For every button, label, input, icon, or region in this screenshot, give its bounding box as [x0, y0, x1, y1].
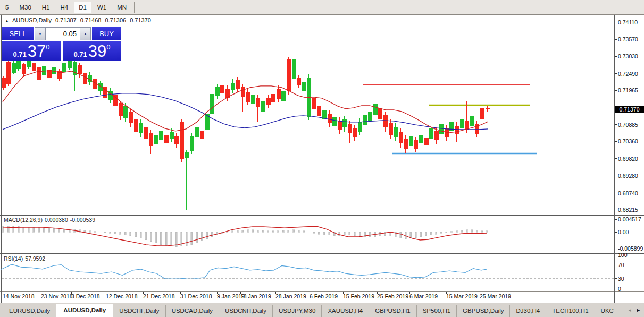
- macd-name: MACD(12,26,9): [4, 217, 43, 223]
- sell-price-quote[interactable]: 0.71 37 0: [2, 41, 61, 61]
- rsi-indicator-label: RSI(14)57.9592: [4, 255, 47, 262]
- timeframe-button-h4[interactable]: H4: [55, 2, 73, 13]
- price-axis-label: 0.68215: [618, 207, 638, 213]
- price-axis-label: 0.72490: [618, 71, 638, 77]
- buy-price-quote[interactable]: 0.71 39 0: [63, 41, 121, 61]
- chevron-down-icon: ▼: [38, 32, 42, 36]
- timeframe-button-5[interactable]: 5: [1, 2, 13, 13]
- date-label: 28 Jan 2019: [275, 293, 306, 299]
- macd-axis-label: 0.004517: [618, 216, 641, 222]
- price-axis-label: 0.68740: [618, 190, 638, 196]
- symbol-title: AUDUSD,Daily: [12, 17, 52, 23]
- tabs-scroll-left-icon[interactable]: ◄: [628, 308, 632, 313]
- date-label: 21 Dec 2018: [143, 293, 175, 299]
- timeframe-button-d1[interactable]: D1: [74, 2, 91, 13]
- toolbar-separator: [134, 2, 135, 13]
- rsi-axis-label: 70: [618, 262, 624, 268]
- timeframe-button-w1[interactable]: W1: [93, 2, 111, 13]
- macd-axis-label: 0.00: [618, 229, 629, 235]
- price-axis-label: 0.73030: [618, 53, 638, 59]
- date-label: 6 Mar 2019: [409, 293, 438, 299]
- chart-tabs: EURUSD,DailyAUDUSD,DailyUSDCHF,DailyUSDC…: [0, 303, 624, 317]
- macd-indicator-label: MACD(12,26,9)0.000380-0.000539: [4, 217, 97, 223]
- date-label: 15 Feb 2019: [343, 293, 374, 299]
- rsi-axis-label: 100: [618, 252, 628, 258]
- chart-tab-sp500-h1[interactable]: SP500,H1: [416, 305, 456, 317]
- volume-input[interactable]: 0.05: [46, 27, 80, 40]
- price-axis-label: 0.70360: [618, 138, 638, 144]
- ohlc-open: 0.71387: [55, 17, 77, 23]
- date-label: 23 Nov 2018: [41, 293, 73, 299]
- price-axis-label: 0.69280: [618, 173, 638, 179]
- chart-tab-tech100-h1[interactable]: TECH100,H1: [546, 305, 594, 317]
- date-label: 12 Dec 2018: [106, 293, 138, 299]
- chart-tab-eurusd-daily[interactable]: EURUSD,Daily: [3, 305, 56, 317]
- ohlc-high: 0.71468: [80, 17, 102, 23]
- price-axis-label: 0.69820: [618, 156, 638, 162]
- macd-main-value: 0.000380: [45, 217, 68, 223]
- ohlc-low: 0.71306: [105, 17, 126, 23]
- date-label: 3 Dec 2018: [71, 293, 100, 299]
- price-axis-label: 0.73570: [618, 36, 638, 42]
- sell-price-prefix: 0.71: [13, 50, 26, 58]
- volume-increase-button[interactable]: ▲: [80, 27, 91, 40]
- ohlc-close: 0.71370: [130, 17, 151, 23]
- chart-tab-audusd-daily[interactable]: AUDUSD,Daily: [56, 304, 113, 317]
- date-label: 25 Mar 2019: [480, 293, 511, 299]
- chart-title: ▲AUDUSD,Daily0.713870.714680.713060.7137…: [5, 17, 151, 23]
- macd-axis-label: -0.005899: [618, 245, 643, 252]
- timeframe-button-m30[interactable]: M30: [14, 2, 36, 13]
- one-click-trading-widget: SELL ▼ 0.05 ▲ BUY 0.71 37 0 0.71 39 0: [2, 27, 121, 61]
- chart-tab-xauusd-h4[interactable]: XAUUSD,H4: [321, 305, 369, 317]
- timeframe-toolbar: 5M30H1H4D1W1MN: [0, 0, 644, 15]
- buy-price-prefix: 0.71: [73, 50, 87, 58]
- chart-tab-usdjpy-m30[interactable]: USDJPY,M30: [272, 305, 321, 317]
- buy-price-pips: 39: [88, 42, 106, 60]
- rsi-value: 57.9592: [25, 255, 45, 262]
- chart-tab-usdcnh-daily[interactable]: USDCNH,Daily: [219, 305, 272, 317]
- macd-signal-value: -0.000539: [70, 217, 95, 223]
- rsi-axis-label: 0: [618, 286, 621, 292]
- tab-scroll-arrows: ◄ ►: [624, 303, 644, 317]
- volume-decrease-button[interactable]: ▼: [35, 27, 46, 40]
- date-label: 31 Dec 2018: [180, 293, 212, 299]
- sell-button[interactable]: SELL: [2, 27, 34, 40]
- date-label: 14 Nov 2018: [3, 293, 35, 299]
- timeframe-button-mn[interactable]: MN: [112, 2, 131, 13]
- timeframe-button-h1[interactable]: H1: [37, 2, 55, 13]
- tabs-scroll-right-icon[interactable]: ►: [636, 307, 641, 313]
- chart-tab-dj30-h4[interactable]: DJ30,H4: [509, 305, 546, 317]
- collapse-triangle-icon[interactable]: ▲: [5, 19, 9, 23]
- price-axis-label: 0.71965: [618, 87, 638, 93]
- chart-tab-usdchf-daily[interactable]: USDCHF,Daily: [113, 305, 165, 317]
- date-label: 6 Feb 2019: [310, 293, 338, 299]
- rsi-name: RSI(14): [4, 255, 23, 262]
- rsi-panel[interactable]: [2, 254, 614, 291]
- chart-tab-usdcad-daily[interactable]: USDCAD,Daily: [165, 305, 219, 317]
- date-label: 25 Feb 2019: [377, 293, 408, 299]
- sell-price-point: 0: [46, 43, 49, 51]
- price-axis-label: 0.70885: [618, 122, 638, 128]
- buy-button[interactable]: BUY: [92, 27, 121, 40]
- chart-tab-bar: EURUSD,DailyAUDUSD,DailyUSDCHF,DailyUSDC…: [0, 303, 644, 317]
- chart-tab-gbpusd-h1[interactable]: GBPUSD,H1: [369, 305, 416, 317]
- current-price-tag: 0.71370: [615, 106, 644, 113]
- date-label: 18 Jan 2019: [240, 293, 271, 299]
- sell-price-pips: 37: [28, 42, 46, 60]
- chart-tab-gbpusd-daily[interactable]: GBPUSD,Daily: [456, 305, 509, 317]
- buy-price-point: 0: [106, 43, 110, 51]
- chart-tab-ukc[interactable]: UKC: [595, 305, 620, 317]
- price-axis-label: 0.74110: [618, 19, 638, 25]
- date-label: 15 Mar 2019: [446, 293, 478, 299]
- chevron-up-icon: ▲: [83, 32, 87, 36]
- rsi-axis-label: 30: [618, 276, 624, 282]
